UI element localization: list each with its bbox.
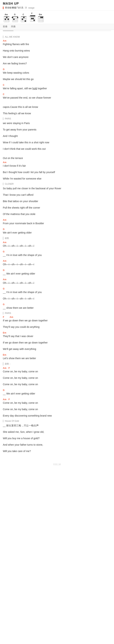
lyric-block: Am F Come on, be my baby, come on [3, 398, 111, 405]
lyric-line: Pull the sheets right off the corner [3, 206, 111, 210]
lyric-line: And I thought [3, 134, 111, 138]
svg-point-49 [34, 20, 35, 21]
lyric-block: Am Oh—i—oh—i—oh—i—oh—i [3, 241, 111, 248]
lyric-line: Bite that tattoo on your shoulder [3, 200, 111, 203]
chord-am-grid [3, 16, 10, 22]
lyric-block: We don't care anymore [3, 55, 111, 59]
lyric-line: While I'm wasted for someone else [3, 177, 111, 180]
lyric-block: We'll get away with everything [3, 347, 111, 351]
lyric-block: Will you take care of me? [3, 449, 111, 453]
lyric-line: We've passed the end, so we chase foreve… [3, 96, 111, 100]
header: MASH UP 黄老板/魍魃/飞行员 演 swage [0, 0, 114, 10]
lyric-line: Come on, be my baby, come on [3, 408, 111, 411]
svg-point-21 [12, 17, 13, 18]
lyric-block: But I thought how could I let you fall b… [3, 170, 111, 174]
chord-em-grid [37, 16, 44, 22]
lyric-block: I don't think that we could work this ou… [3, 147, 111, 151]
lyric-line: Come on, be my baby, come on [3, 376, 111, 380]
lyric-line: If we go down then we go down together [3, 341, 111, 344]
scroll-bar[interactable] [3, 30, 111, 31]
lyric-block: She asked me, Son, when I grow old, [3, 430, 111, 434]
lyric-line: They'll say you could do anything [3, 325, 111, 329]
lyric-line: Are we fading lovers? [3, 62, 111, 66]
lyric-line: Every day discovering something brand ne… [3, 414, 111, 418]
chord-line: G [3, 269, 111, 272]
lyric-line: So baby pull me closer in the backseat o… [3, 186, 111, 190]
lyric-line: I don't think that we could work this ou… [3, 147, 111, 151]
lyric-block: Bite that tattoo on your shoulder [3, 200, 111, 203]
chord-c: C [20, 13, 27, 22]
lyric-line: Will you buy me a house of gold? [3, 436, 111, 440]
lyric-line: We're falling apart, still we hold toget… [3, 87, 111, 90]
lyric-block: Wow if I could take this in a shot right… [3, 141, 111, 144]
page-title: MASH UP [3, 2, 111, 6]
lyric-block: G __ We ain't ever getting older [3, 269, 111, 276]
lyric-block: G __ I'm in love with the shape of you [3, 288, 111, 294]
lyric-line: We keep wasting colors [3, 71, 111, 75]
chord-line: Am F [3, 398, 111, 401]
section-bridge: 副歌： [3, 362, 111, 366]
svg-point-9 [6, 17, 8, 18]
lyric-block: So baby pull me closer in the backseat o… [3, 186, 111, 190]
lyric-block: If we go down then we go down together [3, 341, 111, 344]
chord-line: C [3, 84, 111, 87]
lyric-block: While I'm wasted for someone else [3, 177, 111, 180]
lyric-line: If we go down then we go down together [3, 319, 111, 322]
svg-point-11 [8, 18, 9, 20]
lyric-block: C We're falling apart, still we hold tog… [3, 84, 111, 90]
section-closer: CLOSER [3, 183, 111, 185]
chord-line: Em [3, 354, 111, 356]
lyric-block: capos.Cause this is all we know [3, 102, 111, 109]
lyric-line: To get away from your parents [3, 128, 111, 132]
svg-rect-46 [30, 15, 35, 16]
chord-line: Am [3, 40, 111, 42]
lyric-block: Oh—i—oh—i—oh—i—oh—i [3, 297, 111, 300]
lyric-line: We'll get away with everything [3, 347, 111, 351]
lyric-block: Em They'll say that I was clever [3, 332, 111, 338]
lyric-block: This feeling's all we know [3, 112, 111, 115]
svg-point-48 [32, 18, 34, 19]
lyric-line: I don't know if it's fair [3, 164, 111, 168]
chord-f: F 1 [28, 12, 35, 22]
watermark: 百度之家 [3, 461, 111, 468]
scroll-thumb[interactable] [3, 30, 14, 31]
tab-interlude[interactable]: 间奏 [11, 25, 16, 28]
section-paris2: PARIS [3, 312, 111, 314]
lyric-line: we were staying in Paris [3, 122, 111, 125]
lyric-block: Maybe we should let this go [3, 77, 111, 81]
lyric-block: Every day discovering something brand ne… [3, 414, 111, 418]
chord-line: Am [3, 260, 111, 262]
lyric-line: Fighting flames with fire [3, 42, 111, 46]
svg-point-22 [13, 18, 14, 20]
tab-prelude[interactable]: 前奏 [3, 25, 8, 28]
song-performer-label: 演 [25, 6, 27, 9]
lyric-block: G We ain't ever getting older [3, 228, 111, 234]
lyric-line: Wow if I could take this in a shot right… [3, 141, 111, 144]
section-house: House Of Gold [3, 420, 111, 422]
chord-g: G [12, 13, 18, 22]
lyric-line: But I thought how could I let you fall b… [3, 170, 111, 174]
lyric-line: capos.Cause this is all we know [3, 105, 111, 109]
lyric-line: Come on, be my baby, come on [3, 382, 111, 386]
chord-line: C [3, 93, 111, 96]
lyric-line: Oh—i—oh—i—oh—i—oh—i [3, 244, 111, 248]
lyric-line: From your roommate back in Boulder [3, 222, 111, 225]
lyric-line: Maybe we should let this go [3, 77, 111, 81]
lyric-block: Em Let's show them we are better [3, 354, 111, 360]
lyric-line: Come on, be my baby, come on [3, 370, 111, 374]
chord-line: G [3, 389, 111, 392]
chord-line: F Am [3, 316, 111, 319]
chord-am: Am [3, 13, 10, 22]
lyric-block: F Am If we go down then we go down toget… [3, 316, 111, 322]
lyric-line: That I know you can't afford [3, 193, 111, 197]
lyric-line: __ We ain't ever getting older [3, 272, 111, 276]
song-artist: 黄老板/魍魃/飞行员 [5, 6, 23, 9]
lyric-line: Out on the terrace [3, 156, 111, 160]
section-all-we-know: ALL WE KNOW [3, 36, 111, 38]
svg-point-60 [42, 17, 43, 18]
svg-point-10 [5, 18, 6, 20]
lyric-line: Oh—i—oh—i—oh—i—oh—i [3, 297, 111, 300]
svg-point-47 [31, 18, 32, 19]
lyric-line: Oh—i—oh—i—oh—i—oh—i [3, 281, 111, 285]
lyric-block: Come on, be my baby, come on [3, 376, 111, 380]
